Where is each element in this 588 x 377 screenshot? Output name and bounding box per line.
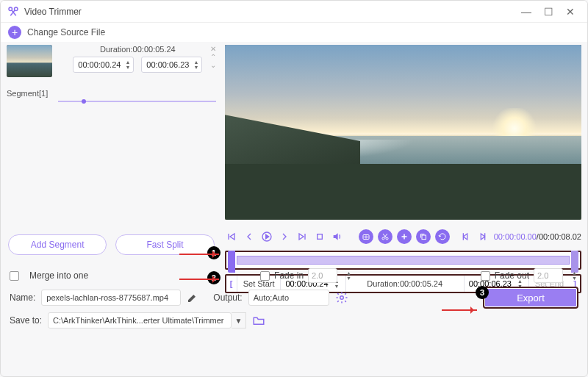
close-button[interactable]: ✕ — [559, 4, 581, 19]
segment-progress-bar[interactable] — [58, 101, 216, 102]
skip-start-icon[interactable] — [225, 230, 238, 243]
segment-close-icon[interactable]: ✕ — [210, 45, 216, 53]
stop-icon[interactable] — [313, 230, 326, 243]
fade-in-label: Fade in — [274, 270, 304, 281]
current-time: 00:00:00.00 — [494, 232, 537, 241]
svg-point-9 — [340, 296, 343, 300]
app-title: Video Trimmer — [24, 7, 515, 17]
export-button[interactable]: Export — [483, 287, 578, 309]
svg-rect-3 — [317, 234, 322, 240]
volume-icon[interactable] — [331, 230, 344, 243]
spin-up-icon[interactable]: ▲ — [123, 60, 132, 65]
copy-icon[interactable] — [416, 229, 431, 244]
segment-move-up-icon[interactable]: ⌃ — [210, 53, 216, 61]
cut-icon[interactable] — [378, 229, 392, 244]
playback-time: 00:00:00.00/00:00:08.02 — [494, 232, 581, 241]
fast-split-button[interactable]: Fast Split — [115, 234, 214, 255]
save-path-dropdown-icon[interactable]: ▼ — [232, 312, 246, 328]
segment-panel: ✕ ⌃ ⌄ Duration:00:00:05.24 00:00:00.24 ▲… — [1, 42, 222, 261]
output-label: Output: — [213, 292, 242, 303]
segment-row[interactable]: ✕ ⌃ ⌄ Duration:00:00:05.24 00:00:00.24 ▲… — [7, 45, 216, 86]
preview-panel: 00:00:00.00/00:00:08.02 1 2 [ Set Start … — [222, 42, 587, 261]
output-input[interactable]: Auto;Auto — [248, 290, 329, 306]
add-segment-button[interactable]: Add Segment — [8, 234, 107, 255]
snapshot-icon[interactable] — [359, 229, 373, 244]
open-folder-icon[interactable] — [252, 314, 265, 327]
spin-up-icon[interactable]: ▲ — [192, 60, 200, 65]
prev-frame-icon[interactable] — [243, 230, 256, 243]
callout-3: 3 — [476, 286, 489, 299]
fade-out-checkbox[interactable] — [481, 271, 490, 281]
add-source-icon[interactable]: + — [8, 26, 21, 39]
undo-icon[interactable] — [435, 229, 450, 244]
fade-out-label: Fade out — [495, 270, 529, 281]
playback-controls: 00:00:00.00/00:00:08.02 — [225, 226, 581, 248]
mark-out-icon[interactable] — [476, 230, 490, 243]
segment-thumbnail[interactable] — [7, 45, 52, 77]
titlebar: Video Trimmer — ☐ ✕ — [1, 1, 587, 23]
fade-in-checkbox[interactable] — [260, 271, 270, 281]
svg-rect-8 — [422, 235, 426, 240]
edit-name-icon[interactable] — [187, 292, 198, 304]
name-input[interactable]: pexels-lachlan-ross-8775687.mp4 — [41, 290, 181, 306]
spin-down-icon[interactable]: ▼ — [192, 65, 200, 70]
output-settings-icon[interactable] — [335, 291, 348, 304]
name-value: pexels-lachlan-ross-8775687.mp4 — [46, 293, 168, 302]
maximize-button[interactable]: ☐ — [537, 4, 559, 19]
spin-up-icon[interactable]: ▲ — [570, 270, 578, 276]
segment-move-down-icon[interactable]: ⌄ — [210, 61, 216, 69]
svg-point-5 — [365, 236, 367, 238]
segment-duration-label: Duration:00:00:05.24 — [60, 45, 216, 54]
total-time: 00:00:08.02 — [539, 232, 581, 241]
video-preview[interactable] — [225, 45, 581, 220]
add-icon[interactable] — [397, 229, 412, 244]
merge-checkbox[interactable] — [10, 271, 19, 281]
mark-in-icon[interactable] — [459, 230, 472, 243]
spin-down-icon[interactable]: ▼ — [570, 276, 578, 281]
save-to-label: Save to: — [10, 315, 42, 326]
svg-rect-4 — [363, 235, 369, 240]
segment-end-value: 00:00:06.23 — [146, 60, 189, 69]
spin-down-icon[interactable]: ▼ — [345, 276, 353, 281]
segment-start-value: 00:00:00.24 — [78, 60, 121, 69]
segment-name: Segment[1] — [7, 89, 216, 98]
spin-up-icon[interactable]: ▲ — [345, 270, 353, 276]
play-icon[interactable] — [260, 230, 273, 243]
save-path-input[interactable]: C:\ArkThinker\ArkThink...erter Ultimate\… — [48, 312, 232, 328]
merge-label: Merge into one — [29, 270, 88, 281]
output-value: Auto;Auto — [254, 293, 289, 302]
segment-end-input[interactable]: 00:00:06.23 ▲▼ — [141, 57, 202, 73]
fade-in-input[interactable] — [308, 268, 337, 283]
save-path-value: C:\ArkThinker\ArkThink...erter Ultimate\… — [53, 316, 223, 325]
spin-down-icon[interactable]: ▼ — [123, 65, 132, 70]
minimize-button[interactable]: — — [515, 4, 537, 19]
change-source-label[interactable]: Change Source File — [27, 27, 105, 37]
toolbar: + Change Source File — [1, 23, 587, 42]
next-frame-icon[interactable] — [278, 230, 291, 243]
bottom-panel: Merge into one Fade in ▲▼ Fade out ▲▼ Na… — [1, 261, 587, 336]
arrow-3 — [442, 309, 477, 311]
segment-start-input[interactable]: 00:00:00.24 ▲▼ — [73, 57, 134, 73]
name-label: Name: — [10, 292, 35, 303]
fade-out-input[interactable] — [534, 268, 563, 283]
arrow-1 — [179, 254, 219, 255]
skip-end-icon[interactable] — [295, 230, 309, 243]
app-logo-icon — [7, 5, 20, 18]
